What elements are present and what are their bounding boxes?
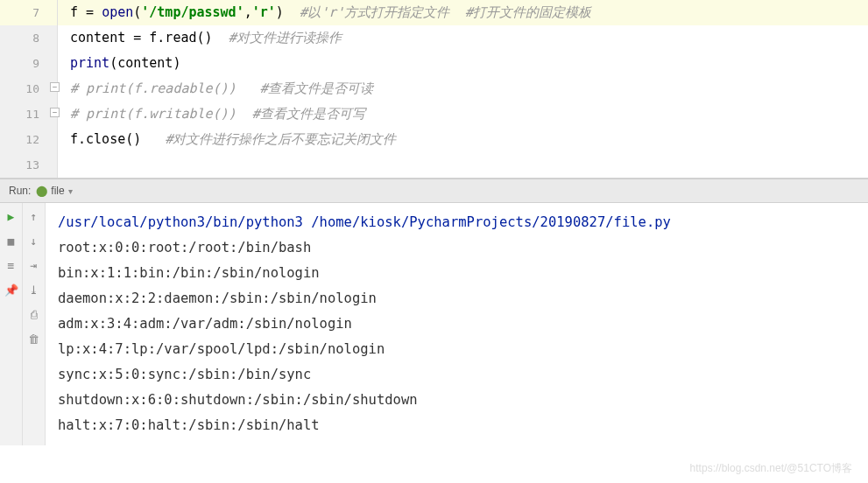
gutter-line-number: 8: [0, 25, 57, 51]
code-line[interactable]: −# print(f.writable()) #查看文件是否可写: [58, 102, 868, 127]
code-token: 'r': [252, 4, 276, 20]
fold-marker-icon[interactable]: −: [50, 82, 60, 92]
code-token: ): [276, 4, 300, 20]
code-token: #对文件进行读操作: [229, 30, 342, 46]
fold-marker-icon[interactable]: −: [50, 108, 60, 117]
code-area[interactable]: f = open('/tmp/passwd','r') #以'r'方式打开指定文…: [58, 0, 868, 178]
output-line: root:x:0:0:root:/root:/bin/bash: [58, 235, 868, 261]
run-panel: Run: ⬤ file ▾ ▶ ■ ≡ 📌 ↑ ↓ ⇥ ⤓ ⎙ 🗑 /usr/l…: [0, 178, 868, 445]
rerun-button[interactable]: ▶: [3, 208, 20, 224]
code-token: #以'r'方式打开指定文件 #打开文件的固定模板: [300, 4, 591, 20]
console-output[interactable]: /usr/local/python3/bin/python3 /home/kio…: [46, 203, 868, 445]
down-button[interactable]: ↓: [25, 233, 43, 248]
run-header: Run: ⬤ file ▾: [0, 179, 868, 203]
code-token: ,: [244, 4, 252, 20]
run-body: ▶ ■ ≡ 📌 ↑ ↓ ⇥ ⤓ ⎙ 🗑 /usr/local/python3/b…: [0, 203, 868, 445]
run-toolbar-nav: ↑ ↓ ⇥ ⤓ ⎙ 🗑: [23, 203, 46, 445]
code-token: f.close(): [70, 131, 165, 147]
code-token: # print(f.writable()) #查看文件是否可写: [70, 106, 365, 122]
output-line: bin:x:1:1:bin:/bin:/sbin/nologin: [58, 261, 868, 286]
output-line: lp:x:4:7:lp:/var/spool/lpd:/sbin/nologin: [58, 337, 868, 362]
code-line[interactable]: f = open('/tmp/passwd','r') #以'r'方式打开指定文…: [58, 0, 868, 25]
trash-button[interactable]: 🗑: [25, 331, 43, 346]
code-token: open: [102, 4, 133, 20]
pin-button[interactable]: 📌: [3, 282, 20, 298]
code-token: f =: [70, 4, 102, 20]
output-line: daemon:x:2:2:daemon:/sbin:/sbin/nologin: [58, 286, 868, 312]
gutter-line-number: 13: [0, 152, 57, 178]
command-line: /usr/local/python3/bin/python3 /home/kio…: [58, 210, 868, 235]
code-token: print: [70, 55, 109, 71]
code-token: content = f.read(): [70, 30, 229, 46]
gutter-line-number: 11: [0, 102, 57, 127]
run-label: Run:: [7, 185, 36, 197]
code-token: # print(f.readable()) #查看文件是否可读: [70, 80, 373, 96]
code-line[interactable]: content = f.read() #对文件进行读操作: [58, 25, 868, 51]
watermark: https://blog.csdn.net/@51CTO博客: [690, 461, 852, 476]
editor-pane: 78910111213 f = open('/tmp/passwd','r') …: [0, 0, 868, 178]
output-line: halt:x:7:0:halt:/sbin:/sbin/halt: [58, 413, 868, 438]
print-button[interactable]: ⎙: [25, 306, 43, 322]
run-toolbar-left: ▶ ■ ≡ 📌: [0, 203, 23, 445]
code-token: (content): [109, 55, 180, 71]
code-token: #对文件进行操作之后不要忘记关闭文件: [165, 131, 396, 147]
stop-button[interactable]: ■: [3, 233, 20, 248]
code-line[interactable]: print(content): [58, 51, 868, 76]
layout-button[interactable]: ≡: [3, 257, 20, 273]
output-line: adm:x:3:4:adm:/var/adm:/sbin/nologin: [58, 312, 868, 337]
output-line: sync:x:5:0:sync:/sbin:/bin/sync: [58, 362, 868, 388]
scroll-to-end-button[interactable]: ⤓: [25, 282, 43, 298]
output-line: shutdown:x:6:0:shutdown:/sbin:/sbin/shut…: [58, 388, 868, 413]
python-icon: ⬤: [36, 185, 47, 197]
soft-wrap-button[interactable]: ⇥: [25, 257, 43, 273]
code-line[interactable]: f.close() #对文件进行操作之后不要忘记关闭文件: [58, 127, 868, 152]
code-token: (: [133, 4, 141, 20]
run-tab-name[interactable]: file: [51, 185, 64, 197]
code-line[interactable]: −# print(f.readable()) #查看文件是否可读: [58, 76, 868, 102]
code-token: '/tmp/passwd': [141, 4, 243, 20]
gutter-line-number: 10: [0, 76, 57, 102]
gutter-line-number: 7: [0, 0, 57, 25]
gutter-line-number: 12: [0, 127, 57, 152]
chevron-down-icon[interactable]: ▾: [68, 186, 73, 196]
gutter-line-number: 9: [0, 51, 57, 76]
code-line[interactable]: [58, 152, 868, 178]
up-button[interactable]: ↑: [25, 208, 43, 224]
